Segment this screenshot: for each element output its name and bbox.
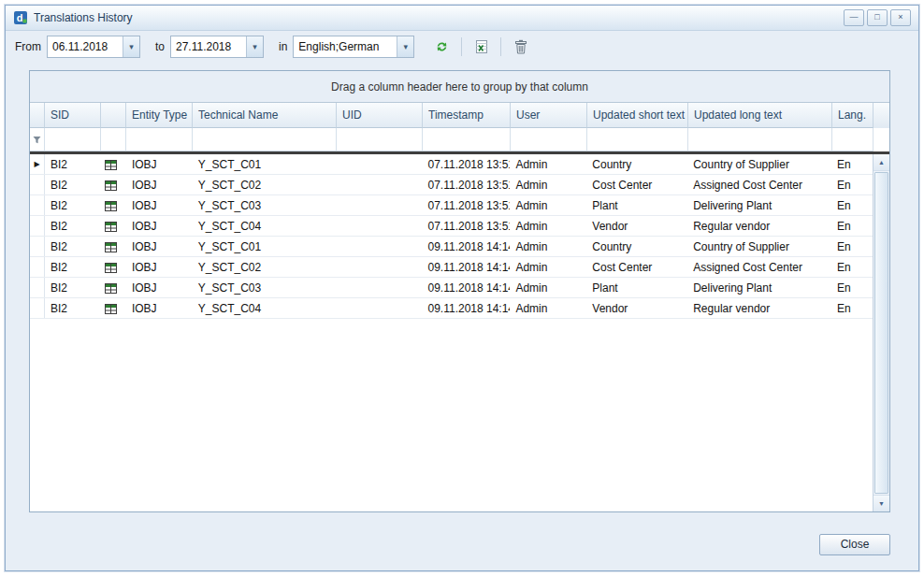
cell-updated-long-text: Assigned Cost Center [687, 257, 831, 277]
iobj-entity-icon [105, 221, 117, 232]
cell-timestamp: 07.11.2018 13:51 [423, 195, 511, 215]
cell-entity-type: IOBJ [126, 195, 193, 215]
cell-sid: BI2 [45, 195, 101, 215]
language-input[interactable] [294, 36, 397, 57]
cell-technical-name: Y_SCT_C02 [193, 257, 337, 277]
to-date-dropdown-button[interactable]: ▾ [246, 36, 263, 57]
row-indicator [30, 195, 45, 215]
minimize-button[interactable]: — [844, 9, 864, 26]
table-row[interactable]: BI2IOBJY_SCT_C0207.11.2018 13:51AdminCos… [30, 175, 873, 195]
refresh-button[interactable] [429, 36, 455, 58]
filter-cell-technical-name[interactable] [193, 128, 337, 151]
to-date-input[interactable] [171, 36, 246, 57]
table-row[interactable]: BI2IOBJY_SCT_C0409.11.2018 14:14AdminVen… [30, 298, 873, 319]
table-row[interactable]: BI2IOBJY_SCT_C0209.11.2018 14:14AdminCos… [30, 257, 873, 278]
filter-cell-icon[interactable] [101, 128, 126, 151]
filter-cell-updated-short-text[interactable] [587, 128, 688, 151]
filter-row [30, 128, 889, 151]
cell-user: Admin [510, 216, 586, 236]
cell-timestamp: 09.11.2018 14:14 [423, 237, 511, 256]
cell-lang: En [831, 154, 873, 174]
cell-entity-type: IOBJ [126, 298, 193, 318]
column-header-entity-type[interactable]: Entity Type [126, 103, 193, 128]
column-header-indicator [30, 103, 45, 128]
cell-lang: En [831, 237, 873, 256]
cell-uid [337, 175, 423, 194]
from-date-dropdown-button[interactable]: ▾ [123, 36, 139, 57]
column-header-updated-short-text[interactable]: Updated short text [587, 103, 688, 128]
filter-cell-uid[interactable] [337, 128, 423, 151]
cell-user: Admin [510, 154, 586, 174]
cell-entity-type: IOBJ [126, 237, 193, 256]
restore-button[interactable]: □ [867, 9, 888, 26]
cell-lang: En [831, 257, 873, 277]
cell-uid [337, 278, 423, 297]
cell-uid [337, 298, 423, 318]
cell-updated-long-text: Country of Supplier [687, 237, 831, 256]
column-header-updated-long-text[interactable]: Updated long text [688, 103, 832, 128]
export-excel-button[interactable] [469, 36, 494, 58]
cell-updated-long-text: Regular vendor [687, 298, 831, 318]
cell-updated-long-text: Country of Supplier [687, 154, 831, 174]
chevron-down-icon: ▾ [253, 43, 257, 51]
filter-cell-sid[interactable] [45, 128, 101, 151]
row-indicator [30, 257, 45, 277]
delete-button[interactable] [508, 36, 533, 58]
grid-header-row: SIDEntity TypeTechnical NameUIDTimestamp… [30, 103, 889, 128]
table-row[interactable]: ▶BI2IOBJY_SCT_C0107.11.2018 13:51AdminCo… [30, 154, 873, 175]
column-header-technical-name[interactable]: Technical Name [193, 103, 337, 128]
filter-cell-timestamp[interactable] [423, 128, 511, 151]
from-date-picker: ▾ [47, 36, 140, 58]
table-row[interactable]: BI2IOBJY_SCT_C0309.11.2018 14:14AdminPla… [30, 278, 873, 298]
group-hint: Drag a column header here to group by th… [331, 80, 588, 94]
cell-entity-type: IOBJ [126, 278, 193, 297]
cell-user: Admin [510, 257, 586, 277]
close-button[interactable]: Close [819, 534, 890, 555]
filter-cell-updated-long-text[interactable] [688, 128, 832, 151]
to-date-picker: ▾ [170, 36, 264, 58]
scroll-down-button[interactable]: ▼ [873, 495, 889, 511]
cell-entity-type: IOBJ [126, 154, 193, 174]
cell-timestamp: 07.11.2018 13:51 [423, 154, 511, 174]
entity-icon-cell [101, 154, 126, 174]
entity-icon-cell [101, 175, 126, 194]
table-row[interactable]: BI2IOBJY_SCT_C0407.11.2018 13:51AdminVen… [30, 216, 873, 237]
filter-funnel-icon [33, 136, 41, 144]
iobj-entity-icon [105, 282, 117, 294]
window-title: Translations History [34, 11, 133, 24]
table-row[interactable]: BI2IOBJY_SCT_C0307.11.2018 13:51AdminPla… [30, 195, 873, 216]
close-window-button[interactable]: × [890, 9, 911, 26]
toolbar: From ▾ to ▾ in ▾ [6, 31, 918, 63]
filter-cell-entity-type[interactable] [126, 128, 193, 151]
column-header-timestamp[interactable]: Timestamp [423, 103, 511, 128]
entity-icon-cell [101, 257, 126, 277]
in-label: in [279, 40, 287, 53]
iobj-entity-icon [105, 241, 117, 252]
cell-timestamp: 09.11.2018 14:14 [423, 278, 511, 297]
language-dropdown-button[interactable]: ▾ [397, 36, 413, 57]
grid: SIDEntity TypeTechnical NameUIDTimestamp… [30, 103, 889, 511]
table-row[interactable]: BI2IOBJY_SCT_C0109.11.2018 14:14AdminCou… [30, 237, 873, 257]
row-indicator [30, 298, 45, 318]
scrollbar-thumb[interactable] [874, 172, 888, 494]
cell-sid: BI2 [45, 278, 101, 297]
column-header-uid[interactable]: UID [337, 103, 423, 128]
column-header-lang[interactable]: Lang. [832, 103, 873, 128]
app-icon: d [13, 10, 28, 25]
cell-sid: BI2 [45, 257, 101, 277]
filter-cell-lang[interactable] [832, 128, 873, 151]
scroll-up-button[interactable]: ▲ [873, 154, 889, 171]
cell-technical-name: Y_SCT_C01 [193, 237, 337, 256]
scrollbar-track[interactable] [873, 171, 889, 495]
entity-icon-cell [101, 298, 126, 318]
cell-timestamp: 09.11.2018 14:14 [423, 298, 511, 318]
cell-lang: En [831, 298, 873, 318]
column-header-icon[interactable] [101, 103, 126, 128]
chevron-down-icon: ▾ [404, 43, 409, 51]
column-header-user[interactable]: User [511, 103, 587, 128]
from-date-input[interactable] [48, 36, 123, 57]
vertical-scrollbar[interactable]: ▲ ▼ [873, 154, 889, 511]
column-header-sid[interactable]: SID [45, 103, 101, 128]
filter-cell-user[interactable] [511, 128, 587, 151]
group-by-panel[interactable]: Drag a column header here to group by th… [30, 71, 889, 103]
